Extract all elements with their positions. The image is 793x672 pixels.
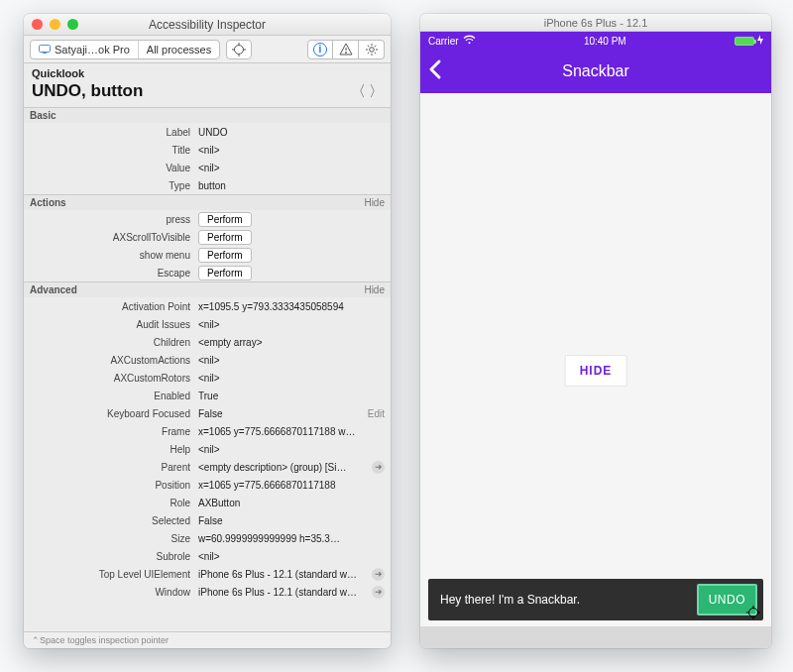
adv-size-v: w=60.999999999999​9 h=35.3…	[198, 533, 385, 544]
basic-title-v: <nil>	[198, 145, 385, 156]
adv-custrotors-v: <nil>	[198, 373, 385, 384]
action-escape-perform[interactable]: Perform	[198, 266, 252, 280]
adv-keyfocus-edit[interactable]: Edit	[368, 408, 385, 419]
basic-value-k: Value	[30, 163, 198, 173]
mode-segmented: i	[307, 40, 385, 59]
crumb-host[interactable]: Satyaji…ok Pro	[31, 41, 138, 58]
adv-audit-v: <nil>	[198, 319, 385, 330]
close-window-button[interactable]	[32, 19, 43, 30]
adv-help-k: Help	[30, 444, 198, 455]
inspector-titlebar[interactable]: Accessibility Inspector	[24, 14, 391, 36]
basic-type-v: button	[198, 180, 385, 191]
action-scroll-k: AXScrollToVisible	[30, 232, 198, 243]
zoom-window-button[interactable]	[67, 19, 78, 30]
simulator-window: iPhone 6s Plus - 12.1 Carrier 10:40 PM S…	[420, 14, 771, 648]
adv-frame-v: x=1065 y=775.666687011718​8 w…	[198, 426, 385, 437]
crumb-target-label: All processes	[147, 44, 211, 56]
clock-label: 10:40 PM	[584, 36, 626, 47]
adv-keyfocus-k: Keyboard Focused	[30, 408, 198, 419]
inspector-toolbar: Satyaji…ok Pro All processes i	[24, 36, 391, 63]
gear-icon	[365, 43, 379, 56]
quicklook-next-button[interactable]: 〉	[367, 82, 385, 101]
hide-button[interactable]: HIDE	[565, 355, 627, 387]
quicklook-row: UNDO, button 〈 〉	[24, 81, 391, 107]
adv-activation-k: Activation Point	[30, 301, 198, 312]
adv-children-k: Children	[30, 337, 198, 348]
minimize-window-button[interactable]	[50, 19, 60, 30]
svg-rect-0	[40, 46, 51, 53]
section-advanced-title: Advanced	[30, 284, 364, 295]
undo-label: UNDO	[709, 593, 745, 607]
quicklook-prev-button[interactable]: 〈	[349, 82, 367, 101]
adv-custactions-k: AXCustomActions	[30, 355, 198, 366]
section-actions-title: Actions	[30, 197, 364, 208]
charging-icon	[757, 35, 763, 47]
back-button[interactable]	[428, 58, 442, 84]
battery-icon	[735, 37, 754, 46]
inspection-pointer-button[interactable]	[226, 40, 252, 59]
inspector-footer: ⌃Space toggles inspection pointer	[24, 631, 391, 648]
mode-audit-button[interactable]	[333, 40, 359, 59]
adv-enabled-v: True	[198, 391, 385, 401]
snackbar: Hey there! I'm a Snackbar. UNDO	[428, 579, 763, 620]
adv-size-k: Size	[30, 533, 198, 544]
action-escape-k: Escape	[30, 268, 198, 279]
adv-position-v: x=1065 y=775.666687011718​8	[198, 480, 385, 491]
mode-settings-button[interactable]	[359, 40, 385, 59]
inspector-title: Accessibility Inspector	[24, 18, 391, 32]
svg-point-10	[468, 42, 470, 44]
advanced-hide-link[interactable]: Hide	[364, 284, 385, 295]
adv-children-v: <empty array>	[198, 337, 385, 348]
quicklook-headline: UNDO, button	[32, 81, 349, 101]
inspection-reticle-icon	[746, 606, 760, 619]
action-press-k: press	[30, 214, 198, 225]
actions-hide-link[interactable]: Hide	[364, 197, 385, 208]
adv-window-go[interactable]: ➜	[372, 586, 385, 599]
adv-toplevel-v: iPhone 6s Plus - 12.1 (standard w…	[198, 569, 357, 580]
crumb-host-label: Satyaji…ok Pro	[55, 44, 130, 56]
adv-selected-k: Selected	[30, 515, 198, 526]
adv-activation-v: x=1095.5 y=793.333343505859​4	[198, 301, 385, 312]
adv-frame-k: Frame	[30, 426, 198, 437]
app-content: HIDE Hey there! I'm a Snackbar. UNDO	[420, 93, 771, 626]
adv-parent-v: <empty description> (group) [Si…	[198, 462, 347, 473]
adv-window-k: Window	[30, 587, 198, 598]
nav-title: Snackbar	[562, 62, 629, 80]
adv-parent-k: Parent	[30, 462, 198, 473]
snackbar-text: Hey there! I'm a Snackbar.	[440, 593, 580, 607]
adv-toplevel-k: Top Level UIElement	[30, 569, 198, 580]
svg-rect-1	[43, 53, 47, 54]
section-actions: Actions Hide pressPerform AXScrollToVisi…	[24, 194, 391, 281]
quicklook-header: Quicklook	[24, 63, 391, 81]
adv-selected-v: False	[198, 515, 385, 526]
carrier-label: Carrier	[428, 36, 459, 47]
traffic-lights	[32, 19, 78, 30]
action-menu-perform[interactable]: Perform	[198, 248, 252, 263]
warning-icon	[339, 43, 353, 56]
action-scroll-perform[interactable]: Perform	[198, 230, 252, 245]
action-press-perform[interactable]: Perform	[198, 212, 252, 227]
adv-keyfocus-v: False	[198, 408, 222, 419]
mode-inspect-button[interactable]: i	[307, 40, 333, 59]
adv-subrole-v: <nil>	[198, 551, 385, 562]
svg-point-11	[749, 609, 758, 617]
basic-type-k: Type	[30, 180, 198, 191]
basic-label-v: UNDO	[198, 127, 385, 138]
inspector-window: Accessibility Inspector Satyaji…ok Pro A…	[24, 14, 391, 648]
adv-parent-go[interactable]: ➜	[372, 461, 385, 474]
section-advanced: Advanced Hide Activation Pointx=1095.5 y…	[24, 281, 391, 631]
crumb-target[interactable]: All processes	[138, 41, 219, 58]
basic-value-v: <nil>	[198, 163, 385, 173]
target-breadcrumb[interactable]: Satyaji…ok Pro All processes	[30, 40, 220, 59]
status-bar: Carrier 10:40 PM	[420, 32, 771, 50]
undo-button[interactable]: UNDO	[697, 584, 757, 616]
adv-audit-k: Audit Issues	[30, 319, 198, 330]
simulator-title: iPhone 6s Plus - 12.1	[420, 14, 771, 32]
adv-role-k: Role	[30, 498, 198, 508]
basic-title-k: Title	[30, 145, 198, 156]
simulator-bottom-bar	[420, 626, 771, 648]
basic-label-k: Label	[30, 127, 198, 138]
section-basic-title: Basic	[30, 110, 385, 121]
adv-help-v: <nil>	[198, 444, 385, 455]
adv-toplevel-go[interactable]: ➜	[372, 568, 385, 581]
